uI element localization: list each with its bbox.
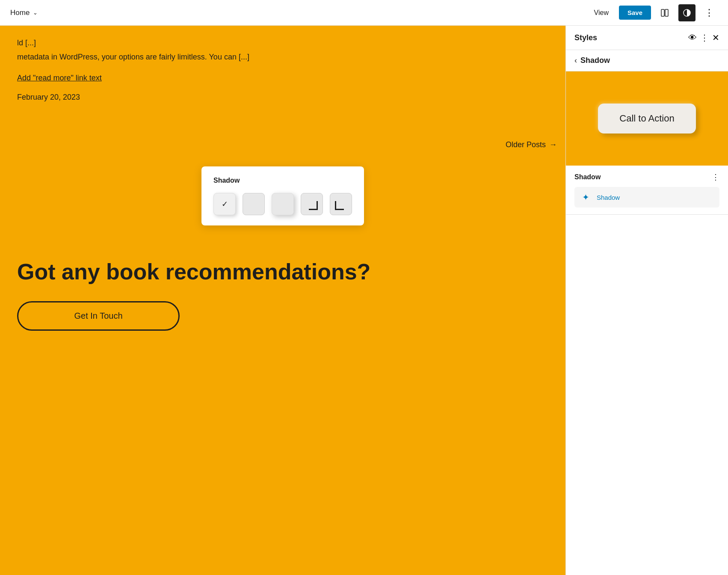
- ellipsis-icon: ⋮: [704, 7, 714, 18]
- dark-mode-button[interactable]: [678, 4, 695, 21]
- panel-section-title: Shadow: [574, 173, 601, 181]
- corner-br-icon: [306, 198, 318, 210]
- svg-rect-1: [665, 9, 668, 16]
- text-left-truncated: ld [...]: [17, 39, 36, 47]
- view-button[interactable]: View: [589, 6, 614, 19]
- main-layout: ld [...] metadata in WordPress, your opt…: [0, 26, 728, 575]
- more-options-button[interactable]: ⋮: [701, 4, 718, 21]
- topbar-right: View Save ⋮: [589, 4, 718, 21]
- shadow-option-medium[interactable]: [272, 193, 294, 215]
- contrast-icon: [683, 9, 691, 17]
- post-date: February 20, 2023: [17, 93, 334, 102]
- back-arrow-icon[interactable]: ‹: [574, 56, 577, 65]
- shadow-breadcrumb: ‹ Shadow: [566, 50, 728, 71]
- layout-toggle-button[interactable]: [656, 4, 673, 21]
- shadow-picker-popup: Shadow: [201, 166, 364, 225]
- shadow-option-none[interactable]: [243, 193, 265, 215]
- styles-panel-header: Styles 👁 ⋮ ✕: [566, 26, 728, 50]
- corner-bl-icon: [335, 198, 347, 210]
- styles-panel: Styles 👁 ⋮ ✕ ‹ Shadow Call to Action Sha…: [565, 26, 728, 575]
- styles-header-icons: 👁 ⋮ ✕: [688, 33, 719, 43]
- topbar-left: Home ⌄: [10, 9, 38, 17]
- styles-panel-title: Styles: [574, 33, 597, 42]
- older-posts-arrow: →: [549, 140, 557, 149]
- older-posts-link[interactable]: Older Posts →: [506, 140, 557, 149]
- post-excerpt: metadata in WordPress, your options are …: [17, 51, 334, 63]
- preview-call-to-action[interactable]: Call to Action: [598, 104, 695, 133]
- shadow-item[interactable]: ✦ Shadow: [574, 187, 719, 207]
- svg-rect-0: [661, 9, 664, 16]
- shadow-option-corner-br[interactable]: [301, 193, 323, 215]
- home-chevron-icon[interactable]: ⌄: [33, 9, 38, 16]
- layout-icon: [660, 9, 669, 17]
- book-section: Got any book recommendations? Get In Tou…: [0, 243, 565, 348]
- shadow-breadcrumb-text: Shadow: [580, 56, 610, 65]
- book-recommendations-title: Got any book recommendations?: [17, 260, 548, 284]
- shadow-item-label: Shadow: [597, 194, 620, 201]
- panel-more-icon[interactable]: ⋮: [700, 33, 709, 43]
- content-inner: ld [...] metadata in WordPress, your opt…: [0, 26, 351, 140]
- shadow-option-corner-bl[interactable]: [330, 193, 352, 215]
- save-button[interactable]: Save: [619, 6, 651, 20]
- eye-icon[interactable]: 👁: [688, 33, 697, 43]
- content-area: ld [...] metadata in WordPress, your opt…: [0, 26, 565, 575]
- panel-shadow-section: Shadow ⋮ ✦ Shadow: [566, 166, 728, 215]
- sun-icon: ✦: [582, 192, 589, 202]
- shadow-picker-title: Shadow: [213, 177, 352, 184]
- preview-area: Call to Action: [566, 71, 728, 166]
- read-more-link[interactable]: Add "read more" link text: [17, 74, 102, 83]
- home-nav[interactable]: Home: [10, 9, 30, 17]
- older-posts-label: Older Posts: [506, 140, 546, 149]
- panel-close-icon[interactable]: ✕: [712, 33, 719, 43]
- topbar: Home ⌄ View Save ⋮: [0, 0, 728, 26]
- shadow-sun-icon-container: ✦: [580, 191, 592, 203]
- panel-section-header: Shadow ⋮: [574, 172, 719, 182]
- shadow-options: [213, 193, 352, 215]
- get-in-touch-button[interactable]: Get In Touch: [17, 301, 180, 331]
- older-posts-container: Older Posts →: [0, 140, 565, 149]
- section-more-icon[interactable]: ⋮: [712, 172, 719, 182]
- shadow-option-soft[interactable]: [213, 193, 236, 215]
